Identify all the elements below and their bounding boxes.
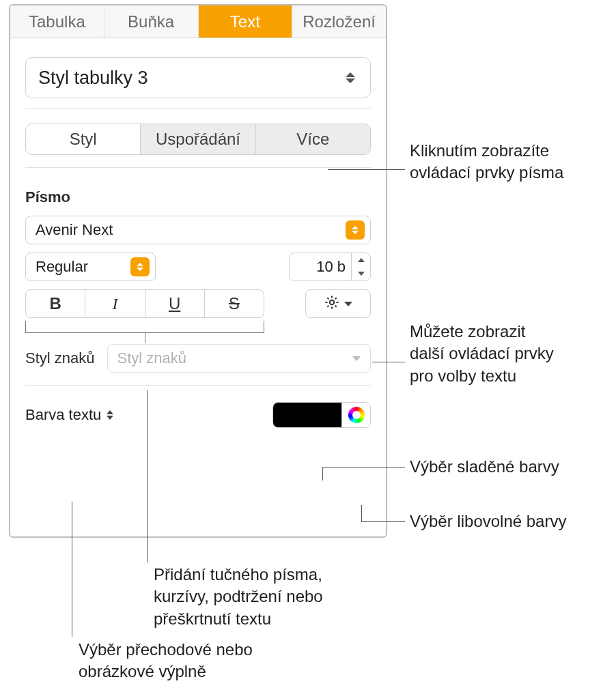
callout-line — [322, 467, 405, 468]
subtab-styl[interactable]: Styl — [26, 124, 141, 154]
bracket-decoration — [25, 321, 264, 333]
subtab-vice[interactable]: Více — [256, 124, 370, 154]
top-tabs: Tabulka Buňka Text Rozložení — [10, 5, 386, 38]
color-wells — [272, 402, 371, 428]
callout-text-color: Výběr přechodové nebo obrázkové výplně — [79, 639, 311, 683]
character-style-placeholder: Styl znaků — [117, 349, 187, 367]
color-wheel-icon — [348, 407, 365, 423]
callout-font-controls: Kliknutím zobrazíte ovládací prvky písma — [410, 140, 608, 184]
font-weight-dropdown[interactable]: Regular — [25, 253, 156, 281]
callout-line — [361, 505, 362, 521]
chevron-updown-icon — [344, 72, 356, 83]
font-weight-value: Regular — [36, 258, 88, 276]
tab-rozlozeni[interactable]: Rozložení — [292, 5, 386, 38]
paragraph-style-dropdown[interactable]: Styl tabulky 3 — [25, 57, 371, 98]
gear-icon — [324, 294, 340, 313]
underline-button[interactable]: U — [145, 290, 205, 317]
inspector-panel: Tabulka Buňka Text Rozložení Styl tabulk… — [9, 4, 387, 538]
strikethrough-button[interactable]: S — [205, 290, 264, 317]
callout-line — [361, 521, 405, 522]
font-size-value: 10 b — [290, 258, 351, 276]
divider — [25, 385, 371, 386]
text-subtabs: Styl Uspořádání Více — [25, 124, 371, 155]
font-family-dropdown[interactable]: Avenir Next — [25, 216, 371, 244]
stepper-icon — [130, 257, 150, 276]
callout-color-wheel: Výběr libovolné barvy — [410, 511, 566, 532]
callout-line — [322, 467, 323, 480]
text-color-dropdown[interactable]: Barva textu — [25, 406, 113, 424]
chevron-down-icon — [344, 302, 352, 306]
tab-tabulka[interactable]: Tabulka — [10, 5, 104, 38]
font-size-stepper[interactable]: 10 b — [289, 253, 371, 281]
chevron-updown-icon — [107, 410, 113, 420]
italic-button[interactable]: I — [85, 290, 145, 317]
svg-point-0 — [330, 300, 334, 304]
callout-line — [328, 169, 405, 170]
font-section-label: Písmo — [25, 188, 371, 206]
callout-line — [372, 362, 405, 362]
chevron-down-icon — [352, 356, 361, 361]
callout-line — [72, 502, 72, 637]
font-family-value: Avenir Next — [36, 221, 113, 239]
callout-color-swatch: Výběr sladěné barvy — [410, 456, 559, 478]
character-style-label: Styl znaků — [25, 349, 95, 367]
subtab-usporadani[interactable]: Uspořádání — [141, 124, 255, 154]
paragraph-style-value: Styl tabulky 3 — [38, 68, 148, 89]
tab-bunka[interactable]: Buňka — [104, 5, 199, 38]
callout-bius: Přidání tučného písma, kurzívy, podtržen… — [154, 564, 386, 630]
divider — [25, 108, 371, 109]
text-options-button[interactable] — [305, 289, 371, 318]
stepper-icon — [351, 253, 370, 281]
character-style-dropdown[interactable]: Styl znaků — [107, 344, 372, 373]
tab-text[interactable]: Text — [199, 5, 293, 38]
callout-line — [147, 390, 148, 562]
text-color-label: Barva textu — [25, 406, 101, 424]
color-wheel-button[interactable] — [341, 403, 370, 427]
divider — [25, 167, 371, 168]
text-style-group: B I U S — [25, 289, 264, 318]
callout-text-options: Můžete zobrazit další ovládací prvky pro… — [410, 321, 608, 387]
color-swatch-button[interactable] — [273, 403, 341, 427]
bold-button[interactable]: B — [26, 290, 85, 317]
stepper-icon — [346, 220, 365, 240]
